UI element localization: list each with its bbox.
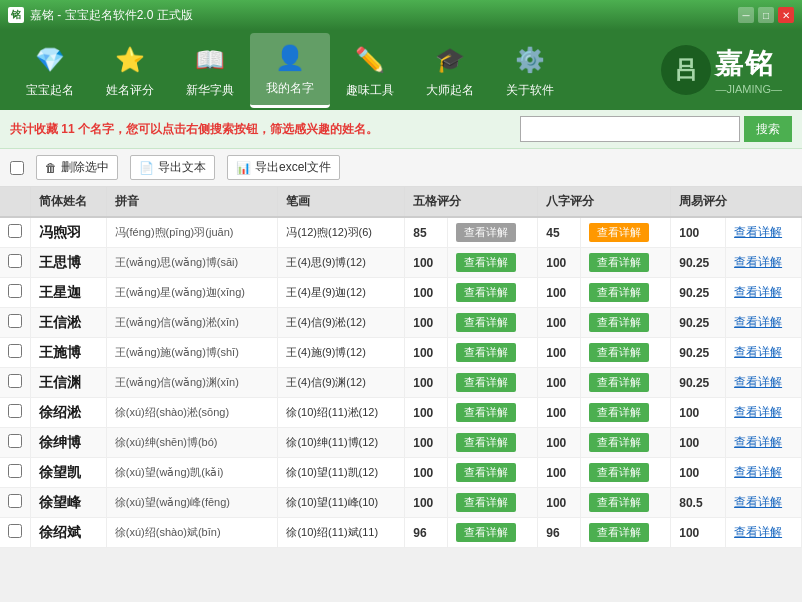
row-checkbox[interactable]: [8, 374, 22, 388]
th-score8: 八字评分: [538, 187, 671, 217]
detailzy-button[interactable]: 查看详解: [734, 314, 782, 331]
detail8-button[interactable]: 查看详解: [589, 463, 649, 482]
export-text-icon: 📄: [139, 161, 154, 175]
row-scorezy: 100: [671, 518, 726, 548]
fun-tools-label: 趣味工具: [346, 82, 394, 99]
detail5-button[interactable]: 查看详解: [456, 433, 516, 452]
minimize-button[interactable]: ─: [738, 7, 754, 23]
detailzy-button[interactable]: 查看详解: [734, 464, 782, 481]
row-scorezy: 80.5: [671, 488, 726, 518]
detail5-button[interactable]: 查看详解: [456, 343, 516, 362]
detail5-button[interactable]: 查看详解: [456, 223, 516, 242]
logo-icon: 吕: [661, 45, 711, 95]
row-name: 王思博: [31, 248, 107, 278]
row-pinyin: 王(wǎng)施(wǎng)博(shī): [106, 338, 278, 368]
nav-item-dictionary[interactable]: 📖新华字典: [170, 33, 250, 108]
nav-item-my-name[interactable]: 👤我的名字: [250, 33, 330, 108]
row-checkbox-cell: [0, 278, 31, 308]
row-detail5-cell: 查看详解: [448, 308, 538, 338]
export-text-button[interactable]: 📄 导出文本: [130, 155, 215, 180]
row-score8: 100: [538, 248, 581, 278]
detail5-button[interactable]: 查看详解: [456, 283, 516, 302]
export-excel-button[interactable]: 📊 导出excel文件: [227, 155, 340, 180]
row-detail8-cell: 查看详解: [581, 217, 671, 248]
row-checkbox-cell: [0, 368, 31, 398]
maximize-button[interactable]: □: [758, 7, 774, 23]
row-checkbox[interactable]: [8, 464, 22, 478]
dictionary-icon: 📖: [192, 42, 228, 78]
row-detail5-cell: 查看详解: [448, 398, 538, 428]
search-input[interactable]: [520, 116, 740, 142]
select-all-checkbox[interactable]: [10, 161, 24, 175]
detailzy-button[interactable]: 查看详解: [734, 284, 782, 301]
row-name: 冯煦羽: [31, 217, 107, 248]
detailzy-button[interactable]: 查看详解: [734, 524, 782, 541]
detail8-button[interactable]: 查看详解: [589, 253, 649, 272]
row-detail5-cell: 查看详解: [448, 248, 538, 278]
detail8-button[interactable]: 查看详解: [589, 403, 649, 422]
detailzy-button[interactable]: 查看详解: [734, 254, 782, 271]
row-checkbox-cell: [0, 248, 31, 278]
th-pinyin: 拼音: [106, 187, 278, 217]
row-strokes: 王(4)信(9)渊(12): [278, 368, 405, 398]
detail5-button[interactable]: 查看详解: [456, 313, 516, 332]
detail5-button[interactable]: 查看详解: [456, 403, 516, 422]
row-detail8-cell: 查看详解: [581, 458, 671, 488]
close-button[interactable]: ✕: [778, 7, 794, 23]
nav-item-name-eval[interactable]: ⭐姓名评分: [90, 33, 170, 108]
nav-item-about[interactable]: ⚙️关于软件: [490, 33, 570, 108]
detail8-button[interactable]: 查看详解: [589, 313, 649, 332]
nav-item-fun-tools[interactable]: ✏️趣味工具: [330, 33, 410, 108]
row-checkbox[interactable]: [8, 284, 22, 298]
detailzy-button[interactable]: 查看详解: [734, 344, 782, 361]
detail5-button[interactable]: 查看详解: [456, 253, 516, 272]
detail5-button[interactable]: 查看详解: [456, 463, 516, 482]
delete-selected-button[interactable]: 🗑 删除选中: [36, 155, 118, 180]
row-pinyin: 徐(xú)绍(shào)淞(sōng): [106, 398, 278, 428]
detailzy-button[interactable]: 查看详解: [734, 494, 782, 511]
logo-sub: —JIAMING—: [715, 83, 782, 95]
app-logo-area: 吕 嘉铭 —JIAMING—: [661, 45, 782, 95]
row-detailzy-cell: 查看详解: [726, 308, 802, 338]
detail8-button[interactable]: 查看详解: [589, 283, 649, 302]
detail5-button[interactable]: 查看详解: [456, 373, 516, 392]
detail8-button[interactable]: 查看详解: [589, 223, 649, 242]
row-checkbox[interactable]: [8, 524, 22, 538]
row-score8: 45: [538, 217, 581, 248]
nav-item-master-name[interactable]: 🎓大师起名: [410, 33, 490, 108]
row-name: 王星迦: [31, 278, 107, 308]
detail8-button[interactable]: 查看详解: [589, 493, 649, 512]
row-checkbox[interactable]: [8, 254, 22, 268]
row-score8: 100: [538, 458, 581, 488]
table-body: 冯煦羽冯(féng)煦(pīng)羽(juān)冯(12)煦(12)羽(6)85…: [0, 217, 802, 548]
detail8-button[interactable]: 查看详解: [589, 343, 649, 362]
row-name: 徐绍斌: [31, 518, 107, 548]
detail5-button[interactable]: 查看详解: [456, 523, 516, 542]
row-checkbox[interactable]: [8, 224, 22, 238]
detailzy-button[interactable]: 查看详解: [734, 374, 782, 391]
row-detailzy-cell: 查看详解: [726, 398, 802, 428]
row-checkbox[interactable]: [8, 314, 22, 328]
detailzy-button[interactable]: 查看详解: [734, 404, 782, 421]
row-checkbox[interactable]: [8, 404, 22, 418]
detail5-button[interactable]: 查看详解: [456, 493, 516, 512]
row-checkbox-cell: [0, 338, 31, 368]
table-row: 徐绍斌徐(xú)绍(shào)斌(bīn)徐(10)绍(11)斌(11)96查看…: [0, 518, 802, 548]
detailzy-button[interactable]: 查看详解: [734, 224, 782, 241]
row-score5: 100: [405, 308, 448, 338]
search-button[interactable]: 搜索: [744, 116, 792, 142]
row-checkbox[interactable]: [8, 344, 22, 358]
detail8-button[interactable]: 查看详解: [589, 433, 649, 452]
row-detail5-cell: 查看详解: [448, 278, 538, 308]
row-strokes: 王(4)施(9)博(12): [278, 338, 405, 368]
detailzy-button[interactable]: 查看详解: [734, 434, 782, 451]
row-checkbox[interactable]: [8, 434, 22, 448]
detail8-button[interactable]: 查看详解: [589, 373, 649, 392]
row-score5: 96: [405, 518, 448, 548]
row-checkbox[interactable]: [8, 494, 22, 508]
detail8-button[interactable]: 查看详解: [589, 523, 649, 542]
info-text-suffix: 个名字，您可以点击右侧搜索按钮，筛选感兴趣的姓名。: [75, 122, 378, 136]
row-pinyin: 徐(xú)绍(shào)斌(bīn): [106, 518, 278, 548]
row-detail8-cell: 查看详解: [581, 368, 671, 398]
nav-item-baby-name[interactable]: 💎宝宝起名: [10, 33, 90, 108]
